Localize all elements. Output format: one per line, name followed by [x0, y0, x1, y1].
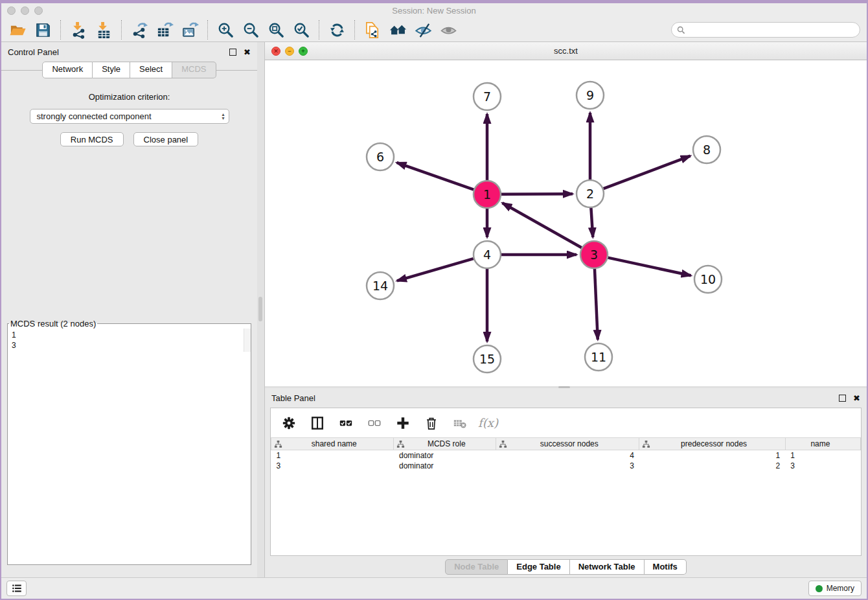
window-titlebar: Session: New Session — [1, 3, 867, 18]
deselect-all-checkbox-icon[interactable] — [367, 415, 382, 430]
column-header-successor-nodes[interactable]: successor nodes — [496, 438, 639, 450]
network-close-icon[interactable]: ✕ — [271, 47, 280, 56]
zoom-in-icon[interactable] — [216, 21, 235, 39]
column-header-predecessor-nodes[interactable]: predecessor nodes — [639, 438, 785, 450]
graph-node-label-8: 8 — [703, 143, 711, 157]
graph-edge-3-1[interactable] — [503, 203, 582, 248]
show-all-icon[interactable] — [439, 21, 458, 39]
graph-edge-1-2[interactable] — [501, 194, 573, 194]
graph-edge-4-14[interactable] — [397, 259, 474, 281]
optimization-criterion-select[interactable]: strongly connected component ▴▾ — [30, 109, 229, 124]
graph-node-label-14: 14 — [372, 279, 388, 293]
column-header-name[interactable]: name — [785, 438, 860, 450]
vertical-splitter[interactable] — [257, 42, 264, 577]
first-neighbors-icon[interactable] — [388, 21, 407, 39]
panel-list-button[interactable] — [6, 581, 27, 596]
toolbar-separator — [121, 20, 122, 40]
close-panel-icon[interactable]: ✖ — [244, 48, 251, 56]
result-scrollbar[interactable] — [244, 329, 251, 352]
columns-icon[interactable] — [310, 415, 325, 430]
splitter-thumb[interactable] — [258, 297, 262, 321]
export-image-icon[interactable] — [180, 21, 200, 39]
close-panel-button[interactable]: Close panel — [133, 132, 199, 146]
zoom-selected-icon[interactable] — [291, 21, 311, 39]
cell-name-row2[interactable]: 3 — [785, 461, 860, 471]
hide-selected-icon[interactable] — [413, 21, 433, 39]
horizontal-splitter[interactable] — [265, 386, 867, 388]
table-panel: Table Panel ✖ — [265, 388, 867, 577]
splitter-thumb[interactable] — [558, 386, 570, 388]
network-minimize-icon[interactable]: − — [285, 47, 294, 56]
graph-node-label-4: 4 — [483, 248, 491, 262]
tab-mcds[interactable]: MCDS — [172, 62, 216, 78]
mcds-result-title: MCDS result (2 nodes) — [9, 319, 97, 329]
column-label: predecessor nodes — [650, 439, 782, 448]
gear-icon[interactable] — [281, 415, 296, 430]
network-maximize-icon[interactable]: + — [299, 47, 308, 56]
new-network-from-selection-icon[interactable] — [363, 21, 382, 39]
add-row-icon[interactable] — [395, 415, 410, 430]
tab-network-table[interactable]: Network Table — [570, 559, 645, 575]
column-header-MCDS-role[interactable]: MCDS role — [394, 438, 496, 450]
list-icon — [11, 583, 23, 594]
close-panel-icon[interactable]: ✖ — [853, 394, 860, 402]
tab-style[interactable]: Style — [93, 62, 130, 78]
graph-edge-2-3[interactable] — [591, 208, 593, 237]
memory-button[interactable]: Memory — [808, 581, 862, 596]
tab-motifs[interactable]: Motifs — [645, 559, 687, 575]
column-header-shared-name[interactable]: shared name — [271, 438, 394, 450]
node-table[interactable]: shared nameMCDS rolesuccessor nodesprede… — [271, 437, 861, 471]
fx-label: f(x) — [478, 416, 498, 430]
memory-label: Memory — [827, 584, 854, 593]
status-bar: Memory — [1, 577, 867, 599]
cell-predecessor-nodes-row2[interactable]: 2 — [639, 461, 785, 471]
mcds-button-row: Run MCDS Close panel — [1, 132, 257, 146]
zoom-out-icon[interactable] — [241, 21, 260, 39]
table-panel-title: Table Panel — [271, 393, 839, 403]
cell-name-row1[interactable]: 1 — [785, 450, 860, 461]
export-network-icon[interactable] — [130, 21, 149, 39]
cell-successor-nodes-row1[interactable]: 4 — [496, 450, 639, 461]
graph-edge-1-6[interactable] — [396, 163, 474, 190]
control-panel-title: Control Panel — [8, 47, 229, 57]
save-session-icon[interactable] — [33, 21, 52, 39]
tab-edge-table[interactable]: Edge Table — [508, 559, 569, 575]
cell-successor-nodes-row2[interactable]: 3 — [496, 461, 639, 471]
graph-edge-2-8[interactable] — [604, 156, 691, 189]
open-file-icon[interactable] — [8, 21, 27, 39]
main-toolbar — [1, 18, 867, 42]
cell-MCDS-role-row2[interactable]: dominator — [394, 461, 496, 471]
main-area: Control Panel ✖ NetworkStyleSelectMCDS O… — [1, 42, 867, 577]
search-input[interactable] — [689, 25, 854, 34]
cell-shared-name-row2[interactable]: 3 — [271, 461, 394, 471]
graph-edge-3-11[interactable] — [595, 269, 598, 340]
chevron-up-down-icon: ▴▾ — [222, 113, 224, 121]
cell-MCDS-role-row1[interactable]: dominator — [394, 450, 496, 461]
table-row[interactable]: 1dominator411 — [271, 450, 861, 461]
delete-table-icon[interactable] — [452, 415, 467, 430]
float-panel-icon[interactable] — [229, 49, 236, 56]
import-network-icon[interactable] — [69, 21, 88, 39]
function-builder-icon[interactable]: f(x) — [481, 415, 496, 430]
delete-row-trash-icon[interactable] — [424, 415, 439, 430]
zoom-fit-icon[interactable] — [266, 21, 286, 39]
run-mcds-button[interactable]: Run MCDS — [60, 132, 124, 146]
search-box[interactable] — [671, 22, 860, 38]
cell-shared-name-row1[interactable]: 1 — [271, 450, 394, 461]
network-view[interactable]: 7968124314101511 — [265, 60, 867, 386]
cell-predecessor-nodes-row1[interactable]: 1 — [639, 450, 785, 461]
column-label: MCDS role — [405, 439, 493, 448]
import-table-icon[interactable] — [94, 21, 113, 39]
tab-node-table[interactable]: Node Table — [445, 559, 508, 575]
table-row[interactable]: 3dominator323 — [271, 461, 861, 471]
tab-network[interactable]: Network — [42, 62, 93, 78]
float-panel-icon[interactable] — [839, 395, 846, 402]
graph-edge-3-10[interactable] — [608, 258, 691, 276]
refresh-view-icon[interactable] — [327, 21, 347, 39]
select-all-checkbox-icon[interactable] — [338, 415, 353, 430]
export-table-icon[interactable] — [155, 21, 174, 39]
network-graph[interactable]: 7968124314101511 — [265, 60, 867, 386]
graph-node-label-7: 7 — [483, 89, 491, 104]
tab-select[interactable]: Select — [130, 62, 172, 78]
control-panel-tabs: NetworkStyleSelectMCDS — [1, 62, 257, 78]
